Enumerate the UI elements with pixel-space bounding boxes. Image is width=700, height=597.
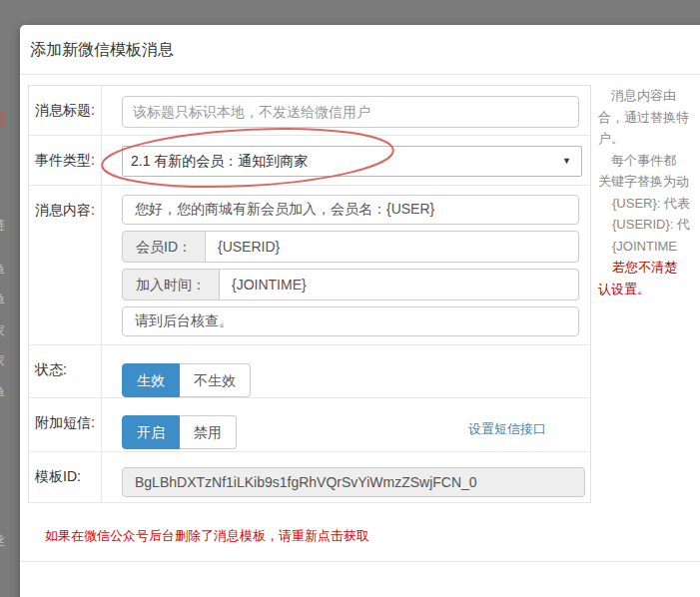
help-line: 每个事件都 (598, 150, 700, 172)
row-message-title: 消息标题: (29, 86, 590, 136)
background-text-fragment: < (0, 557, 6, 573)
sms-toggle: 开启 禁用 (122, 415, 237, 449)
member-id-addon-label: 会员ID： (122, 231, 206, 263)
help-line: 消息内容由 (598, 85, 700, 107)
modal-header: 添加新微信模板消息 (20, 25, 700, 75)
status-toggle: 生效 不生效 (122, 363, 251, 397)
background-text-fragment: 单 (0, 293, 6, 308)
row-status: 状态: 生效 不生效 (29, 345, 590, 398)
background-text-fragment: 单 (0, 263, 6, 279)
event-type-selected-value: 2.1 有新的会员：通知到商家 (131, 153, 308, 169)
message-title-label: 消息标题: (29, 86, 102, 135)
row-message-content: 消息内容: 会员ID： 加入时间： (29, 186, 590, 345)
event-type-select[interactable]: 2.1 有新的会员：通知到商家 ▼ (122, 146, 582, 177)
help-line: 若您不清楚 (598, 257, 700, 279)
background-text-fragment: 家 (0, 353, 6, 369)
row-template-id: 模板ID: (29, 452, 590, 503)
help-line: 关键字替换为动 (598, 171, 700, 193)
sms-disable-button[interactable]: 禁用 (180, 415, 237, 449)
row-extra-sms: 附加短信: 开启 禁用 设置短信接口 (29, 398, 590, 452)
member-id-input[interactable] (206, 231, 579, 263)
status-active-button[interactable]: 生效 (122, 363, 180, 397)
chevron-down-icon: ▼ (562, 147, 571, 176)
content-line1-input[interactable] (122, 195, 579, 225)
extra-sms-label: 附加短信: (29, 398, 102, 451)
background-text-fragment: 链 (0, 218, 6, 234)
row-event-type: 事件类型: 2.1 有新的会员：通知到商家 ▼ (29, 136, 590, 186)
delete-template-warning: 如果在微信公众号后台删除了消息模板，请重新点击获取 (45, 527, 369, 545)
template-form: 消息标题: 事件类型: 2.1 有新的会员：通知到商家 ▼ 消息内容: (28, 85, 591, 503)
template-id-input (122, 467, 585, 497)
template-id-label: 模板ID: (29, 452, 102, 502)
background-fragment (0, 112, 5, 128)
modal-title: 添加新微信模板消息 (20, 25, 700, 61)
message-content-label: 消息内容: (29, 186, 102, 344)
member-id-group: 会员ID： (122, 231, 579, 263)
join-time-input[interactable] (220, 269, 579, 300)
status-label: 状态: (29, 345, 102, 397)
event-type-label: 事件类型: (29, 136, 102, 185)
join-time-group: 加入时间： (122, 269, 579, 300)
message-title-input[interactable] (122, 96, 579, 128)
help-line: {JOINTIME (598, 236, 700, 258)
status-inactive-button[interactable]: 不生效 (180, 363, 251, 397)
help-text-panel: 消息内容由合，通过替换特户。每个事件都关键字替换为动{USER}: 代表{USE… (598, 85, 700, 299)
join-time-addon-label: 加入时间： (122, 269, 220, 300)
footer-divider (20, 561, 700, 562)
background-text-fragment: 丝 (0, 533, 6, 549)
help-line: 认设置。 (598, 279, 700, 300)
help-line: 合，通过替换特 (598, 107, 700, 129)
sms-enable-button[interactable]: 开启 (122, 415, 180, 449)
screen: 链单单家家单丝< 添加新微信模板消息 消息标题: 事件类型: 2.1 有新的会员… (0, 0, 700, 597)
help-line: {USERID}: 代 (598, 214, 700, 236)
help-line: {USER}: 代表 (598, 193, 700, 215)
sms-settings-link[interactable]: 设置短信接口 (468, 420, 546, 438)
background-text-fragment: 单 (0, 385, 6, 401)
content-line4-input[interactable] (122, 306, 579, 336)
background-text-fragment: 家 (0, 323, 6, 339)
help-line: 户。 (598, 128, 700, 150)
